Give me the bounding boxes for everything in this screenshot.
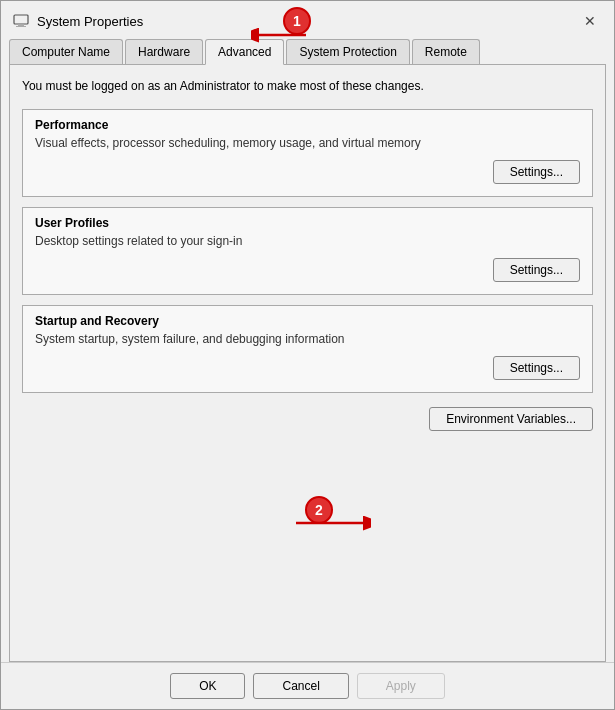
svg-rect-4 <box>16 26 26 27</box>
performance-description: Visual effects, processor scheduling, me… <box>35 136 580 150</box>
user-profiles-settings-button[interactable]: Settings... <box>493 258 580 282</box>
tab-hardware[interactable]: Hardware <box>125 39 203 64</box>
admin-notice: You must be logged on as an Administrato… <box>22 77 593 99</box>
env-variables-row: Environment Variables... <box>22 407 593 431</box>
startup-recovery-settings-button[interactable]: Settings... <box>493 356 580 380</box>
user-profiles-section: User Profiles Desktop settings related t… <box>22 207 593 295</box>
user-profiles-footer: Settings... <box>35 258 580 282</box>
close-button[interactable]: ✕ <box>578 9 602 33</box>
title-bar-left: System Properties <box>13 13 143 29</box>
svg-rect-3 <box>18 24 24 26</box>
window-icon <box>13 13 29 29</box>
annotation-arrow-2 <box>291 509 371 537</box>
user-profiles-title: User Profiles <box>35 216 580 230</box>
environment-variables-button[interactable]: Environment Variables... <box>429 407 593 431</box>
apply-button[interactable]: Apply <box>357 673 445 699</box>
performance-footer: Settings... <box>35 160 580 184</box>
system-properties-window: 1 System Properties ✕ Computer Name Hard… <box>0 0 615 710</box>
tab-computer-name[interactable]: Computer Name <box>9 39 123 64</box>
performance-section: Performance Visual effects, processor sc… <box>22 109 593 197</box>
performance-settings-button[interactable]: Settings... <box>493 160 580 184</box>
tab-remote[interactable]: Remote <box>412 39 480 64</box>
window-title: System Properties <box>37 14 143 29</box>
cancel-button[interactable]: Cancel <box>253 673 348 699</box>
performance-title: Performance <box>35 118 580 132</box>
startup-recovery-section: Startup and Recovery System startup, sys… <box>22 305 593 393</box>
ok-button[interactable]: OK <box>170 673 245 699</box>
user-profiles-description: Desktop settings related to your sign-in <box>35 234 580 248</box>
tab-content: You must be logged on as an Administrato… <box>9 64 606 662</box>
startup-recovery-title: Startup and Recovery <box>35 314 580 328</box>
bottom-bar: OK Cancel Apply <box>1 662 614 709</box>
annotation-arrow-1 <box>251 21 311 49</box>
svg-rect-2 <box>14 15 28 24</box>
startup-recovery-footer: Settings... <box>35 356 580 380</box>
startup-recovery-description: System startup, system failure, and debu… <box>35 332 580 346</box>
